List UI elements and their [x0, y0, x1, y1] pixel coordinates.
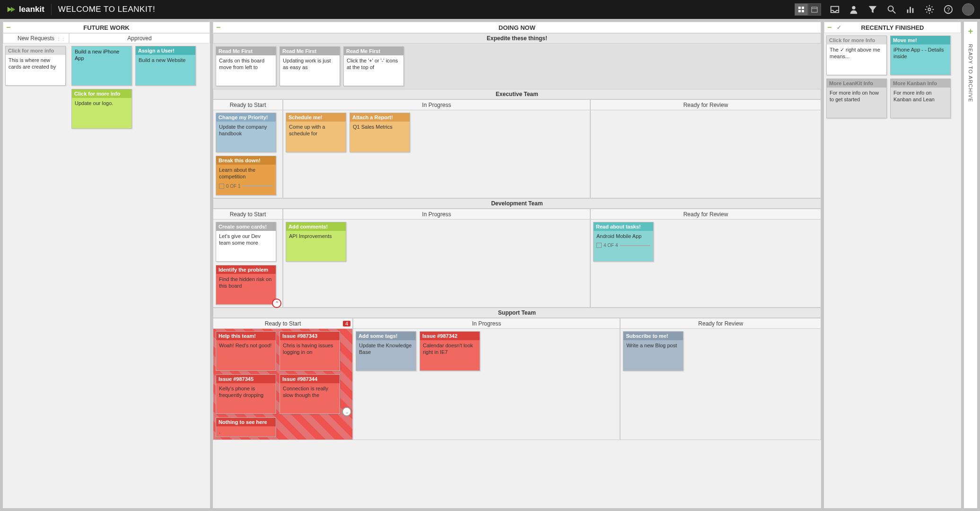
finished-header[interactable]: − ✓ RECENTLY FINISHED	[824, 22, 961, 33]
card-more-kanban[interactable]: More Kanban InfoFor more info on Kanban …	[890, 79, 951, 118]
card-break-down[interactable]: Break this down!Learn about the competit…	[216, 156, 276, 195]
top-bar: leankit WELCOME TO LEANKIT! ?	[0, 0, 980, 19]
card-assign-user[interactable]: Assign a User!Build a new Website	[135, 46, 196, 86]
exec-sublane: Ready to Start Change my Priority!Update…	[213, 99, 821, 198]
svg-rect-4	[798, 10, 801, 12]
search-icon[interactable]	[886, 4, 897, 15]
card-issue-987342[interactable]: Issue #987342Calendar doesn't look right…	[420, 331, 480, 371]
logo-icon	[6, 4, 16, 15]
user-icon[interactable]	[849, 4, 859, 15]
gear-icon[interactable]	[924, 4, 935, 15]
card-add-tags[interactable]: Add some tags!Update the Knowledge Base	[356, 331, 416, 371]
card-new-request-info[interactable]: Click for more infoThis is where new car…	[5, 46, 66, 86]
board: − FUTURE WORK New Requests⋮⋮ Click for m…	[0, 19, 980, 511]
svg-point-9	[852, 6, 855, 9]
dev-review-header[interactable]: Ready for Review	[591, 209, 821, 220]
svg-rect-12	[907, 9, 909, 13]
card-attach-report[interactable]: Attach a Report!Q1 Sales Metrics	[350, 113, 410, 152]
card-schedule[interactable]: Schedule me!Come up with a schedule for	[286, 113, 346, 152]
future-header[interactable]: − FUTURE WORK	[3, 22, 210, 33]
dev-progress-header[interactable]: In Progress	[283, 209, 590, 220]
collapse-icon[interactable]: −	[6, 23, 10, 32]
svg-rect-13	[910, 7, 911, 13]
card-issue-987344[interactable]: Issue #987344Connection is really slow t…	[280, 374, 340, 414]
board-view-icon[interactable]	[795, 3, 808, 16]
support-progress-header[interactable]: In Progress	[353, 318, 620, 329]
card-nothing[interactable]: Nothing to see here.	[216, 417, 276, 437]
svg-rect-2	[798, 7, 801, 9]
support-ready-header[interactable]: Ready to Start4	[213, 318, 352, 329]
check-icon: ✓	[837, 24, 841, 31]
card-read-tasks[interactable]: Read about tasks!Android Mobile App4 OF …	[593, 222, 654, 262]
help-icon[interactable]: ?	[943, 4, 954, 15]
card-add-comments[interactable]: Add comments!API Improvements	[286, 222, 346, 262]
card-move-me[interactable]: Move me!iPhone App - - Details inside	[890, 35, 951, 75]
brand-text: leankit	[19, 5, 44, 14]
divider	[51, 4, 52, 15]
card-help-team[interactable]: Help this team!Woah! Red's not good!	[216, 331, 276, 371]
svg-marker-1	[11, 7, 15, 12]
column-future: − FUTURE WORK New Requests⋮⋮ Click for m…	[3, 22, 210, 508]
collapse-icon[interactable]: −	[216, 23, 220, 32]
svg-point-15	[928, 8, 931, 11]
column-finished: − ✓ RECENTLY FINISHED Click for more Inf…	[824, 22, 961, 508]
card-issue-987343[interactable]: Issue #987343Chris is having issues logg…	[280, 331, 340, 371]
logo[interactable]: leankit	[6, 4, 44, 15]
card-priority[interactable]: Change my Priority!Update the company ha…	[216, 113, 276, 152]
card-finished-info[interactable]: Click for more InfoThe ✓ right above me …	[826, 35, 887, 75]
toolbar-icons: ?	[795, 3, 974, 16]
archive-rail[interactable]: + READY TO ARCHIVE	[964, 22, 977, 508]
wip-badge: 4	[343, 321, 350, 326]
svg-rect-5	[802, 10, 804, 12]
expand-icon[interactable]: ⌃	[272, 299, 281, 308]
exec-ready-header[interactable]: Ready to Start	[213, 100, 282, 110]
card-readme-3[interactable]: Read Me FirstClick the '+' or '-' icons …	[343, 46, 404, 86]
archive-label: READY TO ARCHIVE	[968, 44, 973, 102]
svg-rect-3	[802, 7, 804, 9]
card-update-logo[interactable]: Click for more infoUpdate our logo.	[71, 89, 132, 129]
filter-icon[interactable]	[867, 4, 878, 15]
card-more-leankit[interactable]: More LeanKit InfoFor more info on how to…	[826, 79, 887, 118]
card-create-cards[interactable]: Create some cards!Let's give our Dev tea…	[216, 222, 276, 262]
column-doing: − DOING NOW Expedite these things! Read …	[213, 22, 821, 508]
expedite-lane[interactable]: Expedite these things!	[213, 33, 821, 44]
svg-line-11	[893, 11, 896, 14]
calendar-view-icon[interactable]	[808, 3, 821, 16]
support-review-header[interactable]: Ready for Review	[621, 318, 821, 329]
card-issue-987345[interactable]: Issue #987345Kelly's phone is frequently…	[216, 374, 276, 414]
collapse-icon[interactable]: −	[827, 23, 831, 32]
exec-review-header[interactable]: Ready for Review	[591, 100, 821, 110]
new-requests-header[interactable]: New Requests⋮⋮	[3, 33, 69, 44]
expedite-cards: Read Me FirstCards on this board move fr…	[213, 44, 821, 89]
card-identify-problem[interactable]: Identify the problemFind the hidden risk…	[216, 265, 276, 305]
plus-icon[interactable]: +	[968, 26, 973, 36]
exec-lane[interactable]: Executive Team	[213, 89, 821, 99]
dev-lane[interactable]: Development Team	[213, 198, 821, 209]
doing-header[interactable]: − DOING NOW	[213, 22, 821, 33]
svg-rect-14	[912, 8, 914, 13]
collapse-icon[interactable]: ⌄	[342, 407, 351, 416]
svg-point-10	[888, 6, 893, 11]
card-subscribe[interactable]: Subscribe to me!Write a new Blog post	[623, 331, 683, 371]
svg-text:?: ?	[947, 7, 950, 13]
exec-progress-header[interactable]: In Progress	[283, 100, 590, 110]
support-lane[interactable]: Support Team	[213, 308, 821, 318]
card-iphone-app[interactable]: Build a new iPhone App	[71, 46, 132, 86]
support-sublane: Ready to Start4 Help this team!Woah! Red…	[213, 318, 821, 440]
avatar[interactable]	[962, 3, 974, 16]
dev-sublane: Ready to Start Create some cards!Let's g…	[213, 209, 821, 308]
view-toggle[interactable]	[795, 3, 821, 16]
page-title: WELCOME TO LEANKIT!	[58, 5, 155, 14]
card-readme-2[interactable]: Read Me FirstUpdating work is just as ea…	[280, 46, 340, 86]
stats-icon[interactable]	[905, 4, 916, 15]
inbox-icon[interactable]	[830, 4, 840, 15]
svg-rect-6	[812, 7, 817, 12]
card-readme-1[interactable]: Read Me FirstCards on this board move fr…	[216, 46, 276, 86]
approved-header[interactable]: Approved	[69, 33, 210, 44]
dev-ready-header[interactable]: Ready to Start	[213, 209, 282, 220]
